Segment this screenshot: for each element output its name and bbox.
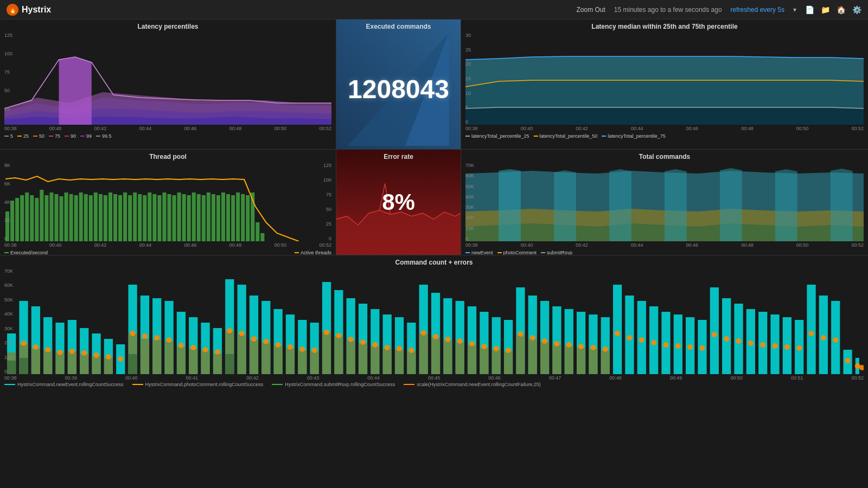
svg-rect-155 xyxy=(322,332,331,374)
executed-commands-panel: Executed commands 1208043 xyxy=(336,20,461,149)
svg-point-128 xyxy=(215,349,220,355)
svg-rect-173 xyxy=(395,350,404,374)
header-icons: 📄 📁 🏠 ⚙️ xyxy=(805,5,861,14)
svg-point-186 xyxy=(445,337,450,342)
svg-point-156 xyxy=(324,330,329,335)
svg-rect-21 xyxy=(60,196,63,241)
svg-rect-109 xyxy=(141,339,149,374)
svg-point-245 xyxy=(724,336,729,342)
svg-marker-9 xyxy=(465,107,864,125)
svg-point-237 xyxy=(675,343,681,349)
svg-rect-61 xyxy=(256,222,259,241)
svg-point-141 xyxy=(263,339,269,344)
svg-marker-68 xyxy=(554,170,576,241)
row3: Command count + errors xyxy=(0,255,868,396)
svg-rect-11 xyxy=(10,201,14,241)
home-icon[interactable]: 🏠 xyxy=(837,5,846,14)
dropdown-icon[interactable]: ▾ xyxy=(793,6,796,14)
svg-rect-176 xyxy=(407,351,416,374)
svg-point-165 xyxy=(360,339,366,345)
svg-point-219 xyxy=(578,344,584,349)
svg-rect-218 xyxy=(577,348,585,374)
thread-pool-legend: Executed/second Active threads xyxy=(4,250,331,255)
command-count-legend: HystrixCommand.newEvent.rollingCountSucc… xyxy=(4,382,864,387)
svg-point-213 xyxy=(554,341,559,346)
svg-rect-33 xyxy=(118,195,122,241)
svg-rect-12 xyxy=(15,198,19,241)
svg-point-147 xyxy=(288,344,293,350)
refresh-link[interactable]: refreshed every 5s xyxy=(731,6,784,14)
svg-rect-143 xyxy=(274,346,283,374)
svg-point-116 xyxy=(167,337,172,343)
svg-point-257 xyxy=(796,345,802,351)
latency-percentiles-panel: Latency percentiles xyxy=(0,20,336,149)
svg-marker-63 xyxy=(336,210,461,255)
svg-rect-188 xyxy=(456,342,464,374)
row2: Thread pool xyxy=(0,150,868,255)
row1: Latency percentiles xyxy=(0,20,868,150)
svg-rect-158 xyxy=(334,337,343,374)
svg-rect-134 xyxy=(238,335,246,374)
svg-rect-38 xyxy=(143,195,146,241)
settings-icon[interactable]: ⚙️ xyxy=(852,5,861,14)
folder-icon[interactable]: 📁 xyxy=(821,5,830,14)
svg-rect-212 xyxy=(552,345,561,374)
svg-rect-28 xyxy=(94,192,98,241)
main: Latency percentiles xyxy=(0,20,868,488)
svg-point-249 xyxy=(748,341,754,346)
svg-rect-17 xyxy=(40,190,43,241)
svg-point-231 xyxy=(639,337,644,343)
error-rate-panel: Error rate 8% xyxy=(336,150,461,255)
svg-point-207 xyxy=(530,335,535,341)
latency-median-x-labels: 00:3800:4000:4200:4400:4600:4800:5000:52 xyxy=(465,126,864,131)
command-count-chart xyxy=(4,268,864,374)
time-range: 15 minutes ago to a few seconds ago xyxy=(614,6,722,14)
svg-rect-194 xyxy=(480,348,488,374)
svg-rect-49 xyxy=(197,194,201,241)
svg-point-192 xyxy=(469,341,475,346)
svg-rect-36 xyxy=(133,192,137,241)
svg-rect-14 xyxy=(25,192,29,241)
svg-point-227 xyxy=(615,331,620,336)
latency-percentiles-title: Latency percentiles xyxy=(4,23,331,30)
svg-rect-35 xyxy=(128,195,132,241)
svg-rect-185 xyxy=(443,341,452,374)
total-commands-x-labels: 00:3800:4000:4200:4400:4600:4800:5000:52 xyxy=(465,242,864,248)
svg-point-216 xyxy=(566,342,572,348)
svg-rect-41 xyxy=(157,195,161,241)
svg-rect-94 xyxy=(80,354,88,374)
svg-marker-4 xyxy=(59,57,92,125)
svg-point-98 xyxy=(93,352,99,358)
svg-rect-19 xyxy=(49,192,53,241)
svg-point-255 xyxy=(784,344,790,350)
svg-rect-228 xyxy=(625,296,634,374)
svg-point-92 xyxy=(69,349,75,354)
svg-point-222 xyxy=(590,345,596,350)
svg-rect-124 xyxy=(201,351,209,374)
latency-percentiles-legend: 5 25 50 75 90 99 99.5 xyxy=(4,133,331,139)
svg-point-125 xyxy=(203,347,208,352)
executed-commands-value: 1208043 xyxy=(348,74,449,104)
svg-rect-149 xyxy=(298,350,307,374)
command-count-x-labels: 00:3800:3900:4000:4100:4200:4300:4400:45… xyxy=(4,375,864,381)
svg-rect-46 xyxy=(182,194,186,241)
svg-rect-54 xyxy=(221,192,225,241)
svg-rect-44 xyxy=(173,195,176,241)
svg-rect-16 xyxy=(35,198,39,241)
svg-rect-58 xyxy=(241,194,245,241)
svg-point-225 xyxy=(603,346,608,352)
svg-rect-23 xyxy=(69,194,73,241)
svg-point-265 xyxy=(845,358,850,363)
svg-point-162 xyxy=(348,337,354,342)
svg-rect-140 xyxy=(261,343,270,374)
doc-icon[interactable]: 📄 xyxy=(805,5,814,14)
svg-point-198 xyxy=(494,346,499,351)
zoom-out-button[interactable]: Zoom Out xyxy=(576,6,605,14)
svg-point-177 xyxy=(409,348,414,353)
svg-point-110 xyxy=(142,333,148,339)
svg-rect-164 xyxy=(359,343,367,374)
thread-pool-x-labels: 00:3800:4000:4200:4400:4600:4800:5000:52 xyxy=(4,242,331,248)
command-count-title: Command count + errors xyxy=(4,259,864,266)
svg-point-113 xyxy=(154,335,159,341)
svg-point-251 xyxy=(760,342,765,348)
